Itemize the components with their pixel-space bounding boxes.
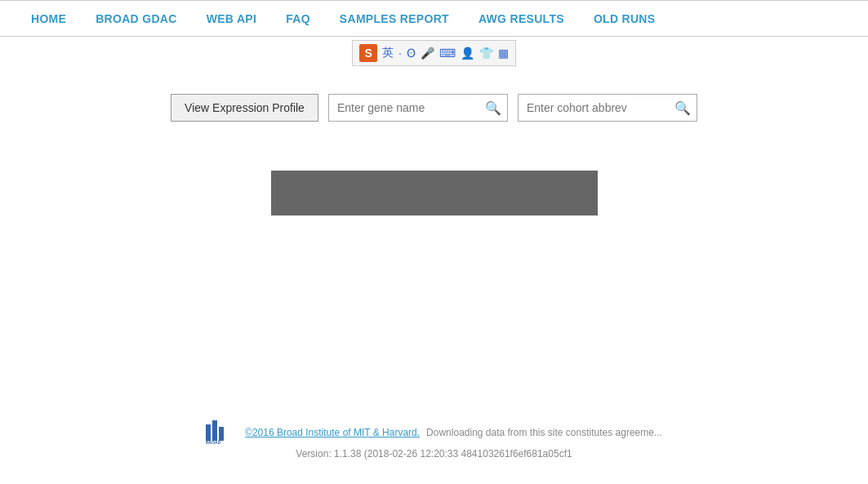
cohort-abbrev-input[interactable]	[518, 94, 697, 122]
footer-description: Downloading data from this site constitu…	[426, 427, 662, 438]
ime-person-icon[interactable]: 👤	[461, 47, 474, 60]
cohort-input-wrap: 🔍	[518, 94, 697, 122]
gene-name-input[interactable]	[328, 94, 508, 122]
ime-logo-icon: S	[359, 44, 377, 62]
nav-old-runs[interactable]: OLD RUNS	[579, 12, 670, 25]
svg-rect-0	[206, 424, 211, 441]
nav-broad-gdac[interactable]: BROAD GDAC	[81, 12, 191, 25]
broad-logo-svg: BROAD INSTITUTE	[206, 420, 238, 445]
gene-name-input-wrap: 🔍	[328, 94, 508, 122]
nav-awg-results[interactable]: AWG RESULTS	[464, 12, 579, 25]
footer-inner: BROAD INSTITUTE ©2016 Broad Institute of…	[0, 420, 868, 445]
footer: BROAD INSTITUTE ©2016 Broad Institute of…	[0, 420, 868, 460]
nav-faq[interactable]: FAQ	[271, 12, 325, 25]
nav-bar: HOME BROAD GDAC WEB API FAQ SAMPLES REPO…	[0, 0, 868, 37]
main-content: View Expression Profile 🔍 🔍	[0, 69, 868, 232]
svg-rect-1	[212, 420, 217, 441]
nav-home[interactable]: HOME	[16, 12, 81, 25]
ime-mic-icon[interactable]: 🎤	[421, 47, 434, 60]
ime-dot-icon[interactable]: ·	[398, 47, 402, 60]
nav-samples-report[interactable]: SAMPLES REPORT	[325, 12, 464, 25]
copyright-link[interactable]: ©2016 Broad Institute of MIT & Harvard.	[245, 427, 420, 438]
view-expression-profile-button[interactable]: View Expression Profile	[171, 94, 318, 122]
svg-rect-2	[219, 427, 224, 441]
ime-face-icon[interactable]: ʘ	[407, 47, 416, 60]
broad-logo: BROAD INSTITUTE	[206, 420, 238, 445]
ime-shirt-icon[interactable]: 👕	[479, 47, 493, 60]
version-text: Version: 1.1.38 (2018-02-26 12:20:33 484…	[0, 448, 868, 460]
ime-english-icon[interactable]: 英	[382, 46, 394, 60]
ime-grid-icon[interactable]: ▦	[498, 47, 509, 60]
ime-keyboard-icon[interactable]: ⌨	[439, 47, 456, 60]
nav-web-api[interactable]: WEB API	[192, 12, 271, 25]
gray-content-block	[271, 171, 598, 215]
search-row: View Expression Profile 🔍 🔍	[16, 94, 852, 122]
ime-toolbar: S 英 · ʘ 🎤 ⌨ 👤 👕 ▦	[352, 40, 516, 66]
